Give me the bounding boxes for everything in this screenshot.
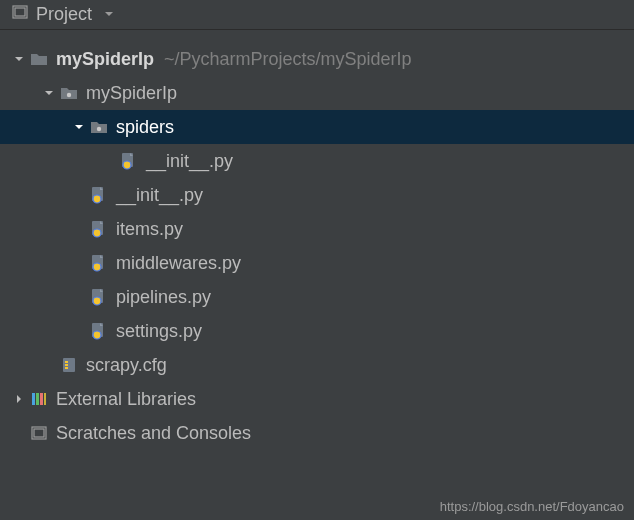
config-file-icon	[58, 356, 80, 374]
file-label: middlewares.py	[116, 253, 241, 274]
tree-root-project[interactable]: mySpiderIp ~/PycharmProjects/mySpiderIp	[0, 42, 634, 76]
svg-rect-24	[65, 364, 68, 366]
python-file-icon	[118, 152, 140, 170]
folder-icon	[28, 51, 50, 67]
svg-point-3	[97, 127, 101, 131]
svg-rect-23	[65, 361, 68, 363]
tree-file-scrapycfg[interactable]: scrapy.cfg	[0, 348, 634, 382]
tree-file-pipelines[interactable]: pipelines.py	[0, 280, 634, 314]
python-file-icon	[88, 220, 110, 238]
tree-file-spiders-init[interactable]: __init__.py	[0, 144, 634, 178]
file-label: pipelines.py	[116, 287, 211, 308]
tree-file-init[interactable]: __init__.py	[0, 178, 634, 212]
package-icon	[58, 85, 80, 101]
svg-point-2	[67, 93, 71, 97]
svg-rect-28	[40, 393, 43, 405]
watermark-text: https://blog.csdn.net/Fdoyancao	[440, 499, 624, 514]
toolbar-title[interactable]: Project	[36, 4, 92, 25]
tree-package-spiders[interactable]: spiders	[0, 110, 634, 144]
python-file-icon	[88, 322, 110, 340]
file-label: settings.py	[116, 321, 202, 342]
python-file-icon	[88, 254, 110, 272]
external-label: External Libraries	[56, 389, 196, 410]
file-label: items.py	[116, 219, 183, 240]
scratches-label: Scratches and Consoles	[56, 423, 251, 444]
package-label: mySpiderIp	[86, 83, 177, 104]
tree-file-items[interactable]: items.py	[0, 212, 634, 246]
file-label: scrapy.cfg	[86, 355, 167, 376]
chevron-down-icon[interactable]	[40, 88, 58, 98]
library-icon	[28, 391, 50, 407]
tree-scratches[interactable]: Scratches and Consoles	[0, 416, 634, 450]
chevron-right-icon[interactable]	[10, 394, 28, 404]
svg-rect-22	[63, 358, 75, 372]
scratches-icon	[28, 425, 50, 441]
svg-rect-27	[36, 393, 39, 405]
project-toolbar: Project	[0, 0, 634, 30]
toolbar-dropdown-icon[interactable]	[104, 8, 114, 22]
tree-external-libraries[interactable]: External Libraries	[0, 382, 634, 416]
tree-file-middlewares[interactable]: middlewares.py	[0, 246, 634, 280]
python-file-icon	[88, 186, 110, 204]
tree-file-settings[interactable]: settings.py	[0, 314, 634, 348]
python-file-icon	[88, 288, 110, 306]
spiders-label: spiders	[116, 117, 174, 138]
root-label: mySpiderIp	[56, 49, 154, 70]
tree-package-myspiderip[interactable]: mySpiderIp	[0, 76, 634, 110]
package-icon	[88, 119, 110, 135]
svg-rect-29	[44, 393, 46, 405]
svg-rect-1	[15, 8, 25, 16]
svg-rect-31	[34, 429, 44, 437]
project-tree: mySpiderIp ~/PycharmProjects/mySpiderIp …	[0, 30, 634, 450]
project-view-icon	[12, 4, 28, 25]
chevron-down-icon[interactable]	[10, 54, 28, 64]
file-label: __init__.py	[116, 185, 203, 206]
root-path: ~/PycharmProjects/mySpiderIp	[164, 49, 412, 70]
file-label: __init__.py	[146, 151, 233, 172]
svg-rect-26	[32, 393, 35, 405]
chevron-down-icon[interactable]	[70, 122, 88, 132]
svg-rect-25	[65, 367, 68, 369]
